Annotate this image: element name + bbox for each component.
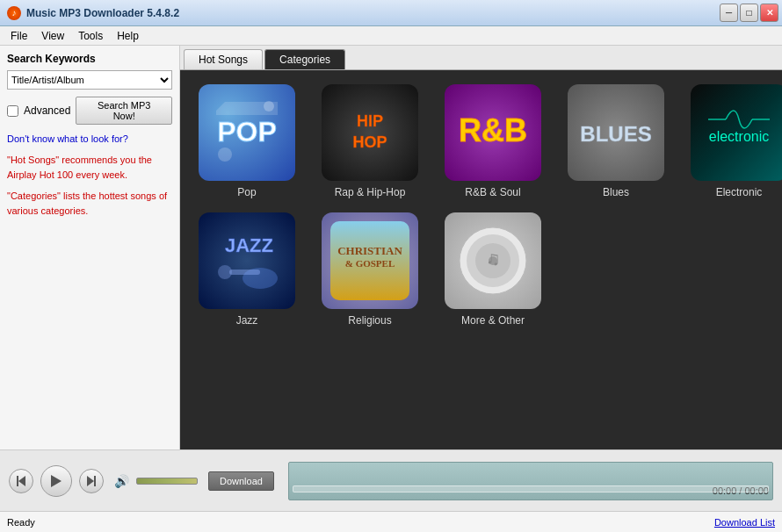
category-jazz[interactable]: JAZZ Jazz <box>194 212 300 327</box>
categories-info: "Categories" lists the hottest songs of … <box>7 189 172 218</box>
tab-categories[interactable]: Categories <box>264 49 345 69</box>
svg-marker-25 <box>51 475 62 487</box>
svg-text:electronic: electronic <box>709 129 769 144</box>
search-keywords-label: Search Keywords <box>7 53 172 65</box>
progress-bar <box>293 485 769 492</box>
close-button[interactable]: ✕ <box>760 4 778 22</box>
svg-marker-26 <box>87 476 94 486</box>
advanced-label: Advanced <box>24 104 70 117</box>
category-electronic[interactable]: electronic Electronic <box>686 84 782 198</box>
svg-text:& GOSPEL: & GOSPEL <box>345 258 395 269</box>
svg-text:R&B: R&B <box>459 112 527 148</box>
prev-button[interactable] <box>9 469 33 493</box>
hot-songs-info: "Hot Songs" recommends you the Airplay H… <box>7 153 172 182</box>
advanced-row: Advanced Search MP3 Now! <box>7 97 172 125</box>
svg-text:JAZZ: JAZZ <box>225 234 273 256</box>
next-button[interactable] <box>79 469 104 493</box>
title-bar: ♪ Music MP3 Downloader 5.4.8.2 ─ □ ✕ <box>0 0 782 26</box>
play-button[interactable] <box>40 465 72 497</box>
category-religious-image: CHRISTIAN & GOSPEL <box>322 212 418 309</box>
category-blues-label: Blues <box>603 186 629 198</box>
category-more[interactable]: ♫ More & Other <box>440 212 546 327</box>
categories-grid: POP Pop HIP HOP <box>194 84 782 327</box>
svg-rect-24 <box>17 476 18 486</box>
svg-rect-13 <box>229 270 260 275</box>
category-religious[interactable]: CHRISTIAN & GOSPEL Religious <box>317 212 423 327</box>
main-content: Search Keywords Title/Artist/Album Title… <box>0 46 782 449</box>
menu-tools[interactable]: Tools <box>71 28 110 44</box>
menu-help[interactable]: Help <box>110 28 146 44</box>
search-dropdown-wrapper: Title/Artist/Album Title Artist Album <box>7 70 172 90</box>
svg-text:♫: ♫ <box>486 248 501 270</box>
help-link[interactable]: Don't know what to look for? <box>7 133 172 144</box>
category-electronic-image: electronic <box>691 84 782 181</box>
category-pop-label: Pop <box>237 186 256 198</box>
svg-marker-23 <box>18 476 25 486</box>
category-rap[interactable]: HIP HOP Rap & Hip-Hop <box>317 84 423 198</box>
svg-rect-27 <box>94 476 96 486</box>
sidebar: Search Keywords Title/Artist/Album Title… <box>0 46 180 449</box>
svg-text:HIP: HIP <box>357 112 383 130</box>
svg-text:CHRISTIAN: CHRISTIAN <box>337 244 402 257</box>
category-rnb-image: R&B <box>445 84 541 181</box>
status-bar: Ready Download List <box>0 511 782 532</box>
category-pop[interactable]: POP Pop <box>194 84 300 198</box>
tab-hot-songs[interactable]: Hot Songs <box>184 49 263 69</box>
menu-bar: File View Tools Help <box>0 26 782 46</box>
category-jazz-label: Jazz <box>236 314 258 327</box>
category-more-image: ♫ <box>445 212 541 309</box>
status-ready: Ready <box>7 517 35 528</box>
svg-text:HOP: HOP <box>352 133 387 151</box>
window-controls: ─ □ ✕ <box>720 4 778 22</box>
category-rap-image: HIP HOP <box>322 84 418 181</box>
download-list-link[interactable]: Download List <box>714 517 775 528</box>
category-blues-image: BLUES <box>568 84 664 181</box>
volume-icon: 🔊 <box>114 474 129 488</box>
category-rnb-label: R&B & Soul <box>465 186 520 198</box>
search-button[interactable]: Search MP3 Now! <box>76 97 172 125</box>
svg-text:BLUES: BLUES <box>580 122 651 146</box>
category-pop-image: POP <box>199 84 295 181</box>
category-jazz-image: JAZZ <box>199 212 295 309</box>
time-display: 00:00 / 00:00 <box>288 462 773 500</box>
menu-file[interactable]: File <box>4 28 34 44</box>
download-button[interactable]: Download <box>208 471 274 491</box>
minimize-button[interactable]: ─ <box>720 4 738 22</box>
svg-point-2 <box>218 147 232 162</box>
search-dropdown[interactable]: Title/Artist/Album Title Artist Album <box>7 70 172 90</box>
volume-slider[interactable] <box>136 478 198 485</box>
player-bar: 🔊 Download 00:00 / 00:00 <box>0 449 782 511</box>
svg-point-14 <box>218 265 232 279</box>
category-more-label: More & Other <box>461 314 525 327</box>
category-blues[interactable]: BLUES Blues <box>563 84 669 198</box>
app-icon: ♪ <box>7 6 21 20</box>
menu-view[interactable]: View <box>34 28 71 44</box>
category-rnb[interactable]: R&B R&B & Soul <box>440 84 546 198</box>
window-title: Music MP3 Downloader 5.4.8.2 <box>26 7 179 19</box>
advanced-checkbox[interactable] <box>7 105 18 117</box>
category-religious-label: Religious <box>348 314 391 327</box>
svg-point-3 <box>264 101 274 111</box>
svg-text:POP: POP <box>217 116 277 147</box>
category-electronic-label: Electronic <box>716 186 763 198</box>
categories-container: POP Pop HIP HOP <box>180 70 782 449</box>
content-panel: Hot Songs Categories POP Pop <box>180 46 782 449</box>
maximize-button[interactable]: □ <box>740 4 758 22</box>
category-rap-label: Rap & Hip-Hop <box>335 186 406 198</box>
tab-bar: Hot Songs Categories <box>180 46 782 70</box>
